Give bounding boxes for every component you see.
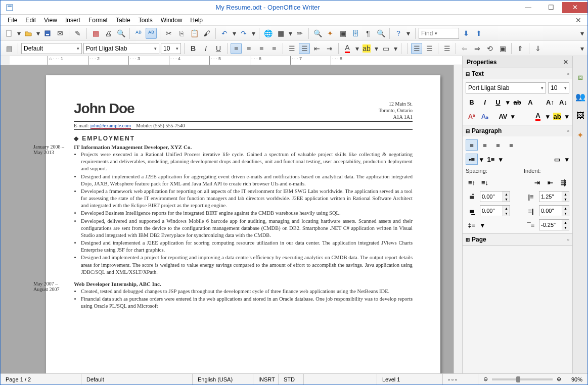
sb-sub-button[interactable]: Aₐ: [479, 111, 491, 122]
paste-button[interactable]: 📋: [189, 28, 200, 39]
font-size-select[interactable]: 10▾: [161, 43, 181, 54]
align-left-button[interactable]: ≡: [231, 43, 242, 54]
indent-left-input[interactable]: ▲▼: [539, 191, 569, 202]
help-button[interactable]: ?: [393, 28, 404, 39]
gallery-tab-icon[interactable]: 🖼: [574, 110, 586, 122]
sb-underline-dd[interactable]: ▾: [505, 97, 510, 108]
styles-tab-icon[interactable]: 👥: [574, 90, 586, 103]
new-doc-button[interactable]: [4, 28, 15, 39]
drawing-button[interactable]: ✏: [294, 28, 305, 39]
sb-super-button[interactable]: Aᵃ: [466, 111, 478, 122]
sb-inc-spacing[interactable]: ≡↑: [466, 177, 478, 188]
more-icon[interactable]: ▫: [567, 71, 569, 77]
bullet-list-button[interactable]: ☰: [299, 43, 310, 54]
line-spacing-dd[interactable]: ▾: [480, 219, 485, 230]
highlight-button[interactable]: ab: [361, 43, 372, 54]
highlight-dropdown[interactable]: ▾: [374, 43, 379, 54]
sb-numbering-dd[interactable]: ▾: [498, 154, 503, 165]
email-button[interactable]: ✉: [55, 28, 66, 39]
sb-bullets-dd[interactable]: ▾: [479, 154, 484, 165]
nav-end-button[interactable]: ▣: [497, 43, 508, 54]
menu-format[interactable]: Format: [85, 16, 111, 25]
align-center-button[interactable]: ≡: [243, 43, 254, 54]
navigator-tab-icon[interactable]: ✦: [574, 129, 586, 141]
sidebar-close-icon[interactable]: ✕: [563, 59, 568, 66]
sb-bgcolor[interactable]: ▭: [551, 154, 563, 165]
sb-strike-button[interactable]: ab: [511, 97, 523, 108]
sb-grow-font-button[interactable]: A↑: [544, 97, 556, 108]
table-button[interactable]: ▦: [275, 28, 286, 39]
menu-view[interactable]: View: [41, 16, 60, 25]
edit-button[interactable]: ✎: [72, 28, 83, 39]
increase-indent-button[interactable]: ⇥: [324, 43, 335, 54]
format-toolbar-more[interactable]: ▾: [579, 43, 584, 54]
sb-highlight-dd[interactable]: ▾: [564, 111, 569, 122]
bullet[interactable]: Developed a framework web application fo…: [81, 188, 413, 210]
font-name-select[interactable]: Port Lligat Slab▾: [83, 43, 159, 54]
close-button[interactable]: ✕: [562, 2, 587, 13]
status-outline[interactable]: Level 1: [377, 374, 443, 384]
spacing-below-input[interactable]: ▲▼: [480, 205, 510, 216]
redo-button[interactable]: ↷: [238, 28, 249, 39]
sb-bold-button[interactable]: B: [466, 97, 478, 108]
print-preview-button[interactable]: 🔍: [115, 28, 126, 39]
horizontal-ruler[interactable]: ⌂ · · · 1· · · 2· · · 3 · · · 4· · · 5· …: [10, 56, 462, 65]
sb-dec-spacing[interactable]: ≡↓: [479, 177, 491, 188]
more-icon[interactable]: ▫: [567, 236, 569, 243]
sb-numbering[interactable]: 1≡: [485, 154, 497, 165]
sb-align-left[interactable]: ≡: [466, 139, 478, 151]
auto-spellcheck-button[interactable]: ᴬᴮ: [146, 28, 157, 39]
bullet[interactable]: Developed, delivered and supported a Win…: [81, 218, 413, 239]
vertical-scrollbar[interactable]: [454, 65, 462, 373]
sidebar-size-select[interactable]: 10▾: [548, 82, 569, 93]
sb-align-right[interactable]: ≡: [492, 139, 504, 151]
styles-button[interactable]: ▤: [4, 43, 15, 54]
section-employment[interactable]: EMPLOYMENT: [74, 135, 413, 142]
first-line-input[interactable]: ▲▼: [539, 219, 569, 230]
demote-button[interactable]: ⇓: [532, 43, 544, 54]
list-button-1[interactable]: ☰: [411, 43, 422, 54]
underline-button[interactable]: U: [213, 43, 224, 54]
bullet[interactable]: Created, tested and debugged changes to …: [81, 288, 413, 295]
status-language[interactable]: English (USA): [193, 374, 253, 384]
zoom-out-icon[interactable]: ⊖: [483, 376, 488, 382]
table-dropdown[interactable]: ▾: [288, 28, 293, 39]
resume-contact[interactable]: E-mail: john@example.com Mobile: (555) 5…: [74, 123, 413, 130]
bullet[interactable]: Financial data such as purchase orders w…: [81, 296, 413, 310]
status-insert[interactable]: INSRT: [253, 374, 279, 384]
zoom-level[interactable]: 90%: [566, 374, 587, 384]
promote-button[interactable]: ⇑: [515, 43, 526, 54]
find-prev-button[interactable]: ⬆: [473, 28, 484, 39]
page-section-header[interactable]: ⊞Page ▫: [463, 234, 572, 245]
find-input[interactable]: Find▾: [419, 28, 459, 39]
sb-fontcolor-button[interactable]: A: [532, 111, 544, 122]
align-justify-button[interactable]: ≡: [268, 43, 280, 54]
bullet[interactable]: Projects were executed in a Rational Uni…: [81, 151, 413, 173]
navigator-button[interactable]: ✦: [325, 28, 336, 39]
nav-current-button[interactable]: ⟲: [484, 43, 495, 54]
sb-spacing-dd[interactable]: ▾: [510, 111, 515, 122]
minimize-button[interactable]: —: [517, 2, 539, 13]
status-style[interactable]: Default: [81, 374, 193, 384]
sb-bgcolor-dd[interactable]: ▾: [564, 154, 569, 165]
sb-fontcolor-dd[interactable]: ▾: [545, 111, 550, 122]
resume-address[interactable]: 12 Main St. Toronto, Ontario A1A 1A1: [379, 101, 413, 120]
zoom-button[interactable]: 🔍: [375, 28, 386, 39]
list-button-3[interactable]: ☰: [441, 43, 453, 54]
nav-forward-button[interactable]: ⇒: [472, 43, 483, 54]
menu-edit[interactable]: Edit: [22, 16, 39, 25]
bullet[interactable]: Designed and implemented a project for r…: [81, 254, 413, 276]
document-canvas[interactable]: John Doe 12 Main St. Toronto, Ontario A1…: [1, 65, 454, 373]
nonprinting-chars-button[interactable]: ¶: [363, 28, 374, 39]
spellcheck-button[interactable]: ᴬᴮ: [133, 28, 144, 39]
more-icon[interactable]: ▫: [567, 128, 569, 134]
hyperlink-button[interactable]: 🌐: [262, 28, 274, 39]
sb-highlight-button[interactable]: ab: [551, 111, 563, 122]
new-doc-dropdown[interactable]: ▾: [16, 28, 21, 39]
decrease-indent-button[interactable]: ⇤: [311, 43, 323, 54]
sb-align-center[interactable]: ≡: [479, 139, 491, 151]
toolbar-options[interactable]: ▾: [405, 28, 411, 39]
sidebar-font-select[interactable]: Port Lligat Slab▾: [466, 82, 546, 93]
toolbar-more[interactable]: ▾: [579, 28, 584, 39]
page[interactable]: John Doe 12 Main St. Toronto, Ontario A1…: [46, 75, 440, 373]
